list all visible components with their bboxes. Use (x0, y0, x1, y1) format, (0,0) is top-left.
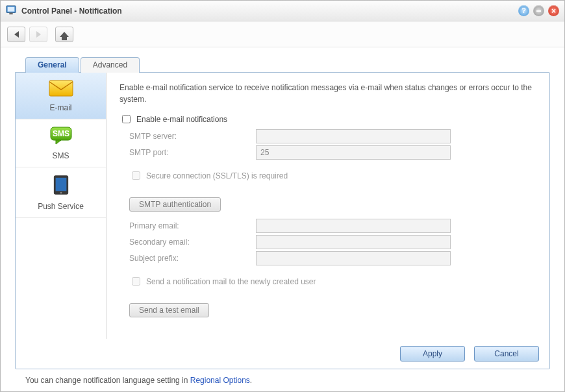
secondary-email-row: Secondary email: (119, 235, 536, 249)
close-icon[interactable]: × (548, 5, 559, 16)
footer-suffix: . (250, 376, 252, 385)
panel-top: E-mail SMS SMS Push Service (16, 73, 549, 339)
smtp-port-input[interactable] (256, 145, 451, 160)
sms-icon: SMS (18, 126, 103, 147)
secondary-email-label: Secondary email: (119, 238, 256, 247)
smtp-port-label: SMTP port: (119, 148, 256, 157)
nav-toolbar (1, 21, 564, 47)
tab-advanced[interactable]: Advanced (81, 57, 140, 73)
sidebar-item-sms[interactable]: SMS SMS (16, 119, 106, 167)
control-panel-icon (6, 5, 18, 17)
primary-email-label: Primary email: (119, 221, 256, 230)
apply-button[interactable]: Apply (400, 346, 465, 361)
help-glyph: ? (521, 7, 526, 14)
tab-general[interactable]: General (25, 57, 79, 73)
svg-rect-7 (55, 178, 66, 191)
sidebar-item-label: E-mail (18, 103, 103, 112)
subject-prefix-label: Subject prefix: (119, 254, 256, 263)
newuser-row: Send a notification mail to the newly cr… (119, 275, 536, 288)
window: Control Panel - Notification ? × General… (0, 0, 565, 392)
sidebar-item-email[interactable]: E-mail (16, 73, 106, 119)
window-title: Control Panel - Notification (21, 6, 514, 16)
smtp-port-row: SMTP port: (119, 145, 536, 160)
smtp-server-input[interactable] (256, 129, 451, 143)
newuser-label: Send a notification mail to the newly cr… (146, 277, 316, 286)
svg-text:SMS: SMS (52, 129, 69, 138)
enable-email-row: Enable e-mail notifications (119, 113, 536, 125)
ssl-checkbox (132, 171, 140, 180)
panel: E-mail SMS SMS Push Service (15, 72, 550, 369)
regional-options-link[interactable]: Regional Options (190, 376, 250, 385)
button-bar: Apply Cancel (16, 339, 549, 369)
push-icon (18, 174, 103, 198)
forward-button (29, 27, 47, 42)
title-bar: Control Panel - Notification ? × (1, 1, 564, 21)
minimize-glyph (536, 10, 541, 12)
smtp-auth-row: SMTP authentication (119, 197, 536, 212)
primary-email-input[interactable] (256, 219, 451, 233)
content: Enable e-mail notification service to re… (107, 73, 549, 339)
primary-email-row: Primary email: (119, 219, 536, 233)
footer-text: You can change notification language set… (25, 376, 190, 385)
send-test-row: Send a test email (119, 303, 536, 317)
smtp-server-label: SMTP server: (119, 132, 256, 141)
smtp-auth-button: SMTP authentication (129, 197, 221, 212)
ssl-row: Secure connection (SSL/TLS) is required (119, 169, 536, 182)
cancel-button[interactable]: Cancel (474, 346, 539, 361)
sidebar-item-label: SMS (18, 151, 103, 160)
minimize-icon[interactable] (533, 5, 544, 16)
description-text: Enable e-mail notification service to re… (119, 82, 536, 105)
enable-email-checkbox[interactable] (122, 115, 131, 123)
close-glyph: × (551, 7, 556, 15)
help-icon[interactable]: ? (518, 5, 529, 16)
subject-prefix-row: Subject prefix: (119, 251, 536, 265)
sidebar-item-push[interactable]: Push Service (16, 167, 106, 218)
send-test-button: Send a test email (129, 303, 209, 317)
back-button[interactable] (7, 27, 25, 42)
sidebar-item-label: Push Service (18, 202, 103, 211)
svg-rect-3 (49, 80, 73, 96)
arrow-left-icon (14, 31, 19, 38)
body: General Advanced E-mail SMS (1, 47, 564, 391)
home-icon (60, 32, 69, 37)
svg-rect-2 (9, 12, 12, 14)
svg-rect-1 (8, 6, 15, 11)
ssl-label: Secure connection (SSL/TLS) is required (146, 171, 288, 180)
newuser-checkbox (132, 277, 140, 286)
enable-email-label: Enable e-mail notifications (136, 115, 227, 124)
sidebar: E-mail SMS SMS Push Service (16, 73, 107, 339)
footer: You can change notification language set… (15, 369, 550, 385)
home-button[interactable] (55, 27, 73, 42)
arrow-right-icon (36, 31, 41, 38)
subject-prefix-input[interactable] (256, 251, 451, 265)
secondary-email-input[interactable] (256, 235, 451, 249)
email-icon (18, 79, 103, 99)
smtp-server-row: SMTP server: (119, 129, 536, 143)
tabstrip: General Advanced (15, 56, 550, 72)
svg-point-8 (60, 192, 62, 194)
